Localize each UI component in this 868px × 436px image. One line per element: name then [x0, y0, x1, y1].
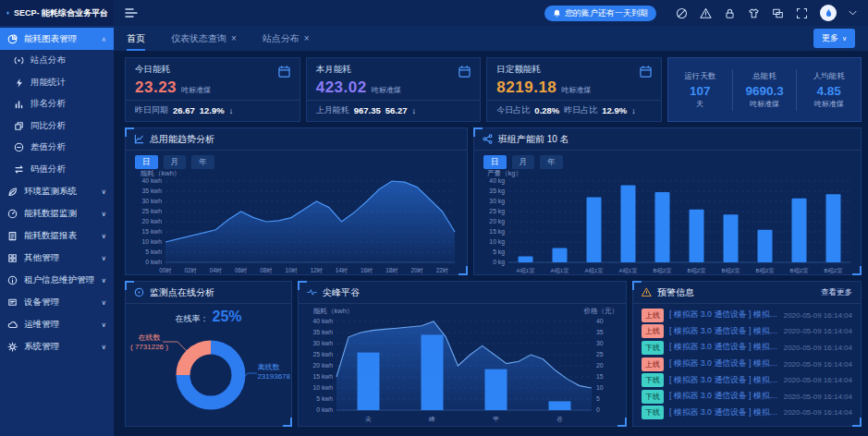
svg-text:B组2室: B组2室	[790, 267, 809, 273]
svg-text:35: 35	[596, 329, 604, 335]
sidebar-item-ranking-analysis[interactable]: 排名分析	[0, 93, 114, 115]
stat-value: 107	[668, 84, 732, 98]
hamburger-icon[interactable]	[125, 7, 138, 18]
alert-row[interactable]: 下线 [ 模拟器 3.0 通信设备 ] 模拟器 3.0... 2020-05-0…	[642, 390, 852, 404]
broadcast-icon	[14, 55, 24, 66]
calendar-quota-icon	[639, 65, 653, 79]
chevron-down-icon[interactable]	[849, 10, 857, 17]
charts-row-2: 监测点在线分析 在线率： 25% 在线数 ( 7731226 ) 离线数 231…	[125, 281, 862, 427]
period-day-chip[interactable]: 日	[135, 155, 158, 169]
online-rate-label: 在线率：	[175, 313, 208, 325]
alert-row[interactable]: 下线 [ 模拟器 3.0 通信设备 ] 模拟器 3.0... 2020-05-0…	[642, 341, 852, 355]
windows-icon[interactable]	[772, 7, 784, 19]
status-badge: 下线	[642, 406, 664, 419]
alert-row[interactable]: 下线 [ 模拟器 3.0 通信设备 ] 模拟器 3.0... 2020-05-0…	[642, 406, 852, 419]
close-icon[interactable]: ×	[304, 33, 310, 43]
alert-row[interactable]: 下线 [ 模拟器 3.0 通信设备 ] 模拟器 3.0... 2020-05-0…	[642, 373, 852, 387]
account-expiry-notice[interactable]: 您的账户还有一天到期	[544, 6, 656, 21]
fullscreen-icon[interactable]	[796, 7, 808, 19]
kpi-title: 日定额能耗	[496, 64, 652, 76]
svg-text:20 kwh: 20 kwh	[312, 362, 333, 369]
svg-text:5 kg: 5 kg	[493, 248, 505, 256]
alert-timestamp: 2020-05-09 16:14:04	[784, 344, 852, 352]
swap-icon	[14, 164, 24, 175]
svg-text:30 kwh: 30 kwh	[141, 198, 162, 204]
sidebar-item-tenant-info[interactable]: 租户信息维护管理 ∨	[0, 269, 114, 291]
kpi-footer-label: 上月能耗	[316, 104, 349, 116]
tab-site-distribution[interactable]: 站点分布 ×	[263, 26, 310, 51]
kpi-value-row: 8219.18 吨标准煤	[496, 79, 652, 97]
sidebar-item-device-management[interactable]: 设备管理 ∨	[0, 291, 114, 313]
svg-text:B组2室: B组2室	[756, 267, 775, 273]
chevron-down-icon: ∨	[102, 343, 107, 351]
alert-timestamp: 2020-05-09 16:14:04	[784, 376, 852, 384]
period-day-chip[interactable]: 日	[483, 155, 507, 169]
more-tabs-button[interactable]: 更多 ∨	[813, 29, 855, 48]
tab-meter-status[interactable]: 仪表状态查询 ×	[171, 26, 237, 51]
sidebar-item-energy-charts[interactable]: 能耗图表管理 ∧	[0, 28, 114, 50]
sidebar-item-energy-stats[interactable]: 用能统计	[0, 72, 114, 94]
svg-text:20时: 20时	[411, 267, 423, 273]
period-year-chip[interactable]: 年	[191, 155, 214, 169]
svg-text:30 kg: 30 kg	[489, 198, 505, 205]
sidebar-item-env-monitor[interactable]: 环境监测系统 ∨	[0, 180, 114, 202]
svg-text:B组2室: B组2室	[654, 267, 672, 273]
svg-text:30 kwh: 30 kwh	[312, 340, 333, 346]
flame-logo-icon	[6, 6, 10, 19]
status-badge: 上线	[642, 309, 664, 322]
dashboard-content: 今日能耗 23.23 吨标准煤 昨日同期 26.67 12.9% ↓ 本月能耗	[114, 53, 868, 436]
card-header: 班组产能前 10 名	[474, 128, 861, 151]
avatar[interactable]	[820, 5, 837, 21]
header-actions: 您的账户还有一天到期	[544, 5, 857, 21]
sidebar-item-ops-management[interactable]: 运维管理 ∨	[0, 313, 114, 335]
alert-row[interactable]: 上线 [ 模拟器 3.0 通信设备 ] 模拟器 3.0... 2020-05-0…	[642, 357, 852, 371]
bell-icon	[553, 9, 561, 18]
sidebar-item-site-distribution[interactable]: 站点分布	[0, 50, 114, 72]
online-legend-value: ( 7731226 )	[130, 343, 168, 352]
kpi-row: 今日能耗 23.23 吨标准煤 昨日同期 26.67 12.9% ↓ 本月能耗	[125, 57, 862, 122]
sidebar-item-energy-data-monitor[interactable]: 能耗数据监测 ∨	[0, 202, 114, 224]
sidebar-item-system-management[interactable]: 系统管理 ∨	[0, 335, 114, 357]
chevron-down-icon: ∨	[102, 321, 107, 329]
pie-chart-icon	[7, 34, 18, 44]
ban-icon[interactable]	[676, 7, 688, 19]
svg-text:0 kwh: 0 kwh	[145, 259, 162, 265]
leaf-icon	[7, 187, 18, 197]
sidebar-item-difference-analysis[interactable]: 差值分析	[0, 137, 114, 159]
svg-text:35 kwh: 35 kwh	[312, 329, 333, 335]
sidebar-item-yoy-analysis[interactable]: 同比分析	[0, 115, 114, 138]
period-month-chip[interactable]: 月	[164, 155, 187, 169]
svg-text:0 kg: 0 kg	[493, 259, 505, 266]
warning-icon[interactable]	[700, 7, 712, 19]
kpi-card-today-energy: 今日能耗 23.23 吨标准煤 昨日同期 26.67 12.9% ↓	[125, 57, 300, 122]
svg-text:峰: 峰	[429, 416, 435, 422]
sidebar-item-energy-reports[interactable]: 能耗数据报表 ∨	[0, 224, 114, 247]
kpi-card-daily-quota: 日定额能耗 8219.18 吨标准煤 今日占比 0.28% 昨日占比 12.9%…	[486, 57, 662, 122]
minus-circle-icon	[14, 142, 24, 152]
svg-text:B组2室: B组2室	[688, 267, 706, 273]
close-icon[interactable]: ×	[231, 33, 237, 43]
svg-text:25 kwh: 25 kwh	[312, 351, 333, 357]
y-axis-left-title: 能耗（kwh）	[313, 307, 353, 316]
period-month-chip[interactable]: 月	[512, 155, 535, 169]
trend-chart-area: 能耗（kwh） 0 kwh5 kwh10 kwh15 kwh20 kwh25 k…	[126, 169, 467, 274]
alert-timestamp: 2020-05-09 16:14:04	[784, 311, 852, 320]
alert-timestamp: 2020-05-09 16:14:04	[784, 393, 852, 401]
svg-text:10 kg: 10 kg	[489, 238, 505, 246]
view-more-link[interactable]: 查看更多	[821, 287, 852, 298]
alert-row[interactable]: 上线 [ 模拟器 3.0 通信设备 ] 模拟器 3.0... 2020-05-0…	[642, 324, 852, 338]
sidebar-item-code-value-analysis[interactable]: 码值分析	[0, 159, 114, 181]
tab-home[interactable]: 首页	[127, 26, 145, 51]
share-nodes-icon	[483, 134, 493, 144]
svg-text:00时: 00时	[159, 267, 171, 273]
svg-text:A组1室: A组1室	[551, 267, 569, 273]
skin-icon[interactable]	[748, 7, 760, 19]
svg-text:04时: 04时	[210, 267, 222, 273]
status-badge: 下线	[642, 390, 664, 404]
online-rate-value: 25%	[212, 309, 241, 325]
sidebar-item-other-management[interactable]: 其他管理 ∨	[0, 247, 114, 269]
alert-row[interactable]: 上线 [ 模拟器 3.0 通信设备 ] 模拟器 3.0... 2020-05-0…	[642, 309, 852, 322]
period-year-chip[interactable]: 年	[540, 155, 563, 169]
lock-icon[interactable]	[724, 7, 736, 19]
card-header: 总用能趋势分析	[126, 128, 467, 151]
